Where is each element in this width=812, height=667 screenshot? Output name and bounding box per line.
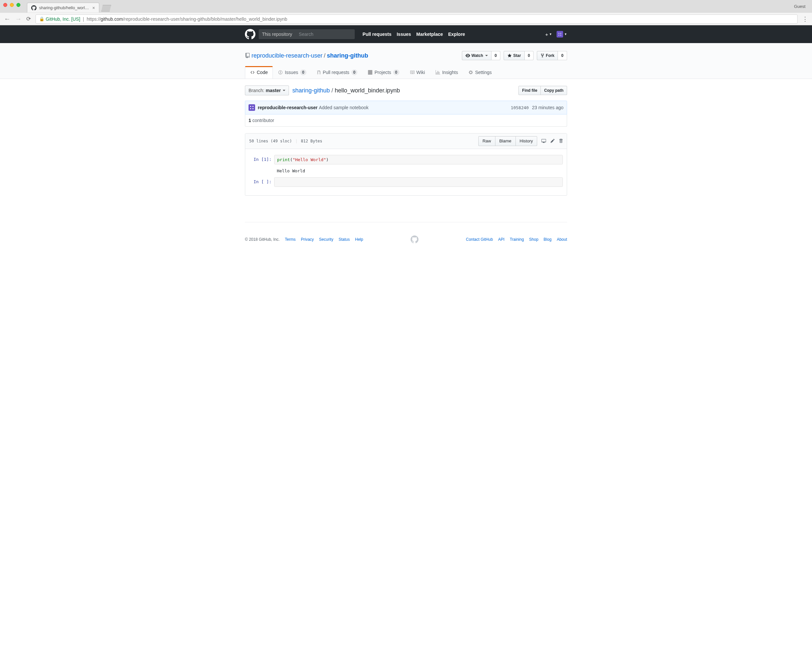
footer-copyright: © 2018 GitHub, Inc. [245, 237, 280, 242]
find-file-button[interactable]: Find file [519, 86, 540, 95]
nav-pull-requests[interactable]: Pull requests [363, 32, 391, 37]
raw-button[interactable]: Raw [478, 136, 495, 146]
edit-icon[interactable] [550, 138, 555, 144]
footer-help[interactable]: Help [355, 237, 363, 242]
browser-tab[interactable]: sharing-github/hello_world_bin × [27, 3, 99, 13]
footer-security[interactable]: Security [319, 237, 333, 242]
avatar-icon [557, 31, 563, 38]
commit-sha[interactable]: 1058240 [511, 105, 529, 110]
tab-projects[interactable]: Projects0 [363, 66, 404, 79]
nav-issues[interactable]: Issues [397, 32, 411, 37]
github-favicon [31, 5, 36, 10]
github-logo-icon[interactable] [245, 29, 255, 40]
site-identity: GitHub, Inc. [US] [46, 17, 80, 22]
tab-title: sharing-github/hello_world_bin [39, 6, 90, 10]
tab-insights[interactable]: Insights [430, 66, 463, 79]
maximize-window-button[interactable] [17, 3, 20, 7]
create-new-menu[interactable]: +▼ [545, 32, 552, 37]
commit-tease: reproducible-research-user Added sample … [245, 101, 567, 114]
footer-privacy[interactable]: Privacy [301, 237, 314, 242]
footer-terms[interactable]: Terms [285, 237, 296, 242]
footer-about[interactable]: About [557, 237, 567, 242]
file-header: 50 lines (49 sloc) | 812 Bytes Raw Blame… [245, 134, 567, 149]
file-size: 812 Bytes [301, 139, 322, 143]
history-button[interactable]: History [515, 136, 537, 146]
search-scope-label[interactable]: This repository [259, 29, 295, 39]
github-mark-icon[interactable] [411, 236, 419, 243]
repo-name-link[interactable]: sharing-github [327, 52, 368, 59]
footer-contact[interactable]: Contact GitHub [466, 237, 493, 242]
address-bar[interactable]: 🔒 GitHub, Inc. [US] | https://github.com… [35, 15, 797, 24]
repo-owner-link[interactable]: reproducible-research-user [252, 52, 323, 59]
footer-status[interactable]: Status [339, 237, 350, 242]
desktop-icon[interactable] [541, 138, 546, 144]
file-lines: 50 lines (49 sloc) [249, 139, 292, 143]
commit-author[interactable]: reproducible-research-user [258, 105, 318, 110]
fork-count[interactable]: 0 [558, 51, 567, 60]
browser-chrome: sharing-github/hello_world_bin × Guest ←… [0, 0, 812, 25]
reload-button[interactable]: ⟳ [26, 15, 31, 22]
minimize-window-button[interactable] [10, 3, 14, 7]
tab-pull-requests[interactable]: Pull requests0 [312, 66, 363, 79]
breadcrumb-repo[interactable]: sharing-github [292, 87, 330, 94]
contributors-bar: 1 contributor [245, 114, 567, 127]
tab-close-icon[interactable]: × [92, 5, 95, 10]
tab-wiki[interactable]: Wiki [405, 66, 430, 79]
nb-in-prompt: In [1]: [249, 155, 274, 164]
tab-issues[interactable]: Issues0 [273, 66, 312, 79]
footer: © 2018 GitHub, Inc. Terms Privacy Securi… [245, 222, 567, 257]
nb-empty-cell [274, 177, 563, 187]
footer-training[interactable]: Training [510, 237, 524, 242]
nav-explore[interactable]: Explore [448, 32, 465, 37]
browser-menu-icon[interactable]: ⋮ [802, 15, 808, 23]
close-window-button[interactable] [3, 3, 7, 7]
back-button[interactable]: ← [4, 15, 10, 23]
footer-shop[interactable]: Shop [529, 237, 539, 242]
nb-in-prompt-empty: In [ ]: [249, 177, 274, 187]
commit-message[interactable]: Added sample notebook [319, 105, 368, 110]
watch-count[interactable]: 0 [492, 51, 500, 60]
nav-marketplace[interactable]: Marketplace [416, 32, 443, 37]
blame-button[interactable]: Blame [495, 136, 515, 146]
repo-head: reproducible-research-user / sharing-git… [0, 43, 812, 79]
new-tab-button[interactable] [101, 5, 111, 12]
copy-path-button[interactable]: Copy path [540, 86, 567, 95]
tab-code[interactable]: Code [245, 66, 273, 79]
star-button[interactable]: Star [504, 51, 524, 60]
notebook-render: In [1]: print("Hello World") Hello World… [245, 149, 567, 195]
footer-api[interactable]: API [498, 237, 504, 242]
breadcrumb: sharing-github / hello_world_binder.ipyn… [292, 87, 400, 94]
watch-button[interactable]: Watch [462, 51, 492, 60]
window-controls [3, 3, 20, 7]
lock-icon: 🔒 [39, 17, 45, 22]
branch-select[interactable]: Branch: master [245, 86, 289, 95]
star-count[interactable]: 0 [525, 51, 534, 60]
repo-icon [245, 53, 250, 58]
nb-output: Hello World [274, 166, 563, 175]
github-header: This repository Pull requests Issues Mar… [0, 25, 812, 43]
commit-time: 23 minutes ago [532, 105, 563, 110]
author-avatar-icon[interactable] [249, 104, 255, 111]
forward-button[interactable]: → [15, 15, 22, 23]
guest-label[interactable]: Guest [794, 4, 805, 9]
footer-blog[interactable]: Blog [544, 237, 552, 242]
breadcrumb-file: hello_world_binder.ipynb [335, 87, 400, 94]
user-menu[interactable]: ▼ [557, 31, 567, 38]
trash-icon[interactable] [559, 138, 563, 144]
search-input[interactable] [295, 29, 355, 39]
fork-button[interactable]: Fork [537, 51, 558, 60]
nb-code-cell: print("Hello World") [274, 155, 563, 164]
tab-settings[interactable]: Settings [463, 66, 497, 79]
